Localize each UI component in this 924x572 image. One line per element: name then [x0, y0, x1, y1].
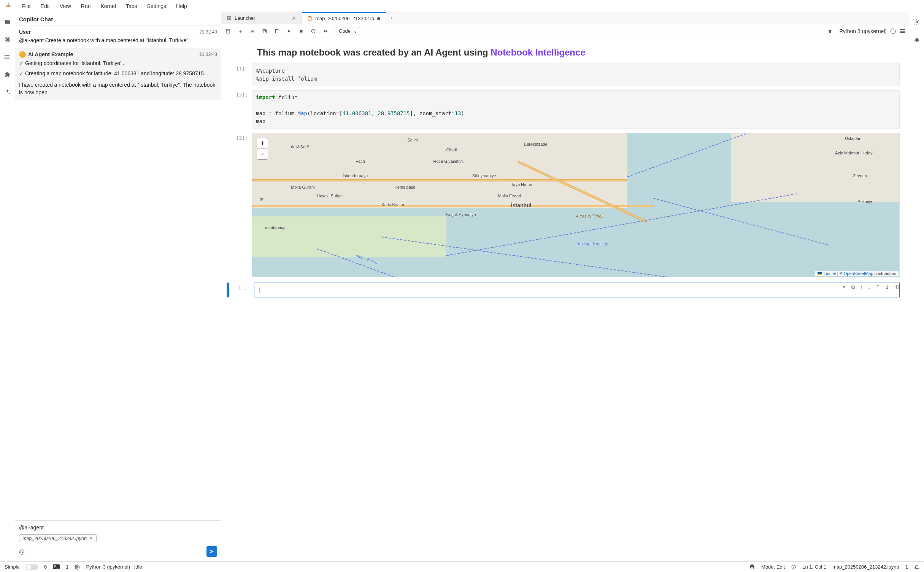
delete-cell-icon[interactable]: 🗑	[895, 284, 900, 290]
cell-prompt: [ ]:	[229, 283, 254, 297]
stop-icon[interactable]	[298, 28, 304, 34]
folder-icon[interactable]	[4, 18, 11, 26]
github-copilot-icon[interactable]	[749, 564, 755, 570]
map-label: ustafapaşa	[265, 225, 286, 230]
property-inspector-icon[interactable]	[913, 18, 921, 26]
add-cell-icon[interactable]	[237, 28, 243, 34]
map-label: Molla Fenari	[498, 194, 521, 198]
tab-launcher[interactable]: Launcher ✕	[221, 12, 302, 24]
insert-below-icon[interactable]: ⤓	[885, 284, 889, 290]
svg-point-7	[5, 57, 5, 57]
running-icon[interactable]	[4, 36, 11, 43]
menu-tabs[interactable]: Tabs	[121, 2, 142, 11]
map-label-istanbul: İstanbul	[511, 202, 532, 208]
code-input[interactable]: import folium map = folium.Map(location=…	[252, 90, 900, 129]
zoom-out-button[interactable]: −	[257, 149, 268, 159]
cell-type-select[interactable]: Code⌄	[335, 27, 360, 35]
sparkle-icon[interactable]	[4, 88, 11, 96]
new-tab-button[interactable]: +	[386, 12, 397, 24]
status-count-zero[interactable]: 0	[44, 564, 47, 570]
menu-file[interactable]: File	[17, 2, 35, 11]
send-button[interactable]	[206, 546, 217, 557]
chat-message-agent: AI Agent Example 21:32:43 ✓Getting coord…	[15, 48, 221, 100]
chat-agent-label: AI Agent Example	[28, 51, 73, 57]
code-input[interactable]: %%capture %pip install folium	[252, 64, 900, 86]
menu-run[interactable]: Run	[76, 2, 95, 11]
map-label: Fatih	[356, 159, 365, 164]
run-icon[interactable]	[286, 28, 292, 34]
move-up-icon[interactable]: ↑	[860, 284, 863, 290]
bell-icon[interactable]	[914, 564, 919, 570]
map-label: Kemalpaşa	[394, 185, 415, 189]
chat-title: Copilot Chat	[15, 12, 221, 26]
paste-icon[interactable]	[274, 28, 280, 34]
cursor-position[interactable]: Ln 1, Col 1	[802, 564, 826, 570]
svg-rect-20	[263, 29, 265, 32]
map-label: Bereketzade	[524, 142, 548, 146]
attachment-chip[interactable]: map_20250206_213242.ipynb ✕	[19, 534, 97, 542]
chat-message-user: User 21:32:40 @ai-agent Create a noteboo…	[15, 26, 221, 48]
lsp-status-icon[interactable]	[75, 564, 80, 570]
code-cell-1[interactable]: [1]: %%capture %pip install folium	[227, 64, 900, 86]
markdown-heading[interactable]: This map notebook was created by an AI A…	[227, 46, 900, 58]
ai-assist-icon[interactable]: ✦	[842, 284, 846, 290]
code-cell-2[interactable]: [2]: import folium map = folium.Map(loca…	[227, 90, 900, 129]
kernel-menu-icon[interactable]	[900, 29, 905, 33]
code-input[interactable]: |	[254, 283, 900, 297]
duplicate-cell-icon[interactable]: ⧉	[851, 284, 855, 290]
output-prompt: [2]:	[227, 133, 252, 277]
notification-count[interactable]: 1	[905, 564, 908, 570]
svg-point-35	[751, 567, 751, 567]
menu-view[interactable]: View	[55, 2, 76, 11]
right-sidebar-rail	[909, 12, 924, 561]
extensions-icon[interactable]	[4, 71, 11, 78]
remove-attachment-icon[interactable]: ✕	[89, 535, 93, 541]
menu-kernel[interactable]: Kernel	[96, 2, 120, 11]
map-label: Üsküdar	[845, 136, 860, 141]
agent-response-text: I have created a notebook with a map cen…	[19, 81, 217, 97]
tab-notebook-label: map_20250206_213242.ip	[315, 16, 374, 21]
simple-mode-toggle[interactable]	[26, 564, 38, 570]
kernel-status-icon[interactable]	[891, 29, 896, 34]
zoom-in-button[interactable]: +	[257, 138, 268, 149]
chat-user-time: 21:32:40	[199, 29, 217, 35]
run-all-icon[interactable]	[322, 28, 329, 34]
menu-help[interactable]: Help	[171, 2, 192, 11]
svg-point-28	[916, 21, 918, 23]
copy-icon[interactable]	[262, 28, 268, 34]
notebook-intelligence-link[interactable]: Notebook Intelligence	[491, 47, 585, 57]
toc-icon[interactable]	[4, 53, 11, 61]
chat-input[interactable]: @ai-agent	[19, 524, 217, 531]
map-label: Selimiye	[857, 199, 873, 204]
debugger-icon[interactable]	[913, 36, 921, 43]
menu-edit[interactable]: Edit	[36, 2, 54, 11]
save-icon[interactable]	[225, 28, 231, 34]
mention-button[interactable]: @	[19, 548, 25, 555]
osm-link[interactable]: OpenStreetMap	[844, 271, 873, 276]
kernel-name[interactable]: Python 3 (ipykernel)	[839, 28, 887, 34]
svg-rect-23	[300, 30, 303, 32]
menu-settings[interactable]: Settings	[143, 2, 171, 11]
tab-bar: Launcher ✕ map_20250206_213242.ip +	[221, 12, 909, 24]
restart-icon[interactable]	[310, 28, 316, 34]
folium-map-output[interactable]: İstanbul Üsküdar Aziz Mahmut Hudayi Zeyn…	[252, 133, 900, 277]
unsaved-indicator-icon	[377, 17, 380, 20]
current-file[interactable]: map_20250206_213242.ipynb	[832, 564, 899, 570]
terminal-icon[interactable]: S_	[53, 564, 60, 569]
leaflet-link[interactable]: Leaflet	[824, 271, 836, 276]
cut-icon[interactable]	[249, 28, 256, 34]
insert-above-icon[interactable]: ⤒	[876, 284, 880, 290]
attachment-name: map_20250206_213242.ipynb	[22, 536, 87, 541]
move-down-icon[interactable]: ↓	[868, 284, 871, 290]
tab-notebook[interactable]: map_20250206_213242.ip	[302, 12, 386, 24]
svg-point-34	[77, 566, 78, 568]
map-label: Cibali	[446, 148, 457, 152]
bug-icon[interactable]	[827, 28, 833, 34]
close-tab-icon[interactable]: ✕	[292, 15, 296, 21]
code-cell-empty[interactable]: [ ]: | ✦ ⧉ ↑ ↓ ⤒ ⤓ 🗑	[227, 283, 900, 297]
status-count-one[interactable]: 1	[66, 564, 68, 570]
map-label: ıpı	[259, 197, 263, 201]
trusted-icon[interactable]	[791, 564, 796, 570]
kernel-status-text[interactable]: Python 3 (ipykernel) | Idle	[86, 564, 142, 570]
mode-indicator[interactable]: Mode: Edit	[761, 564, 785, 570]
